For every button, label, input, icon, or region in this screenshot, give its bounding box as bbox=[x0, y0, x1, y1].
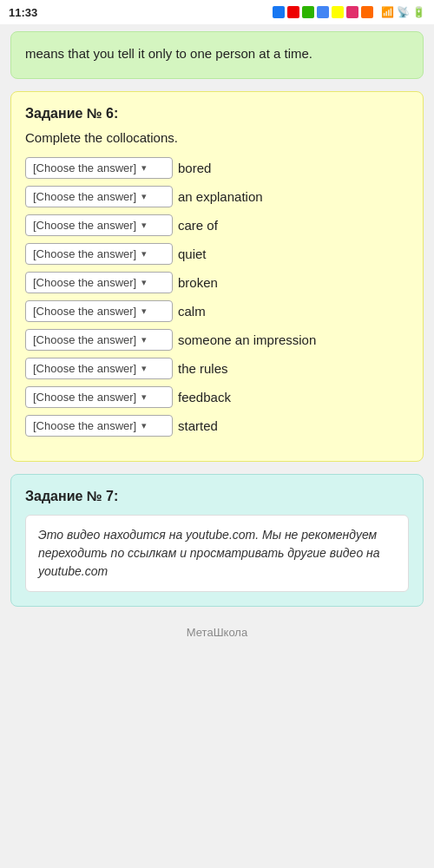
collocation-row: [Choose the answer]▾the rules bbox=[25, 358, 409, 379]
select-label: [Choose the answer] bbox=[33, 333, 136, 346]
task6-card: Задание № 6: Complete the collocations. … bbox=[10, 91, 424, 462]
chevron-down-icon: ▾ bbox=[141, 162, 147, 174]
signal-icon: 📡 bbox=[397, 6, 410, 18]
select-label: [Choose the answer] bbox=[33, 419, 136, 432]
select-label: [Choose the answer] bbox=[33, 190, 136, 203]
collocation-label-7: someone an impression bbox=[178, 332, 316, 347]
collocation-row: [Choose the answer]▾quiet bbox=[25, 243, 409, 265]
collocation-row: [Choose the answer]▾feedback bbox=[25, 386, 409, 408]
collocation-label-2: an explanation bbox=[178, 189, 263, 204]
answer-select-10[interactable]: [Choose the answer]▾ bbox=[25, 415, 173, 437]
select-label: [Choose the answer] bbox=[33, 362, 136, 375]
answer-select-4[interactable]: [Choose the answer]▾ bbox=[25, 243, 173, 265]
task6-instruction: Complete the collocations. bbox=[25, 130, 409, 145]
chevron-down-icon: ▾ bbox=[141, 363, 147, 374]
battery-icon: 🔋 bbox=[412, 6, 425, 18]
collocation-row: [Choose the answer]▾started bbox=[25, 415, 409, 437]
green-card: means that you tell it only to one perso… bbox=[10, 31, 424, 79]
chevron-down-icon: ▾ bbox=[141, 391, 147, 403]
answer-select-1[interactable]: [Choose the answer]▾ bbox=[25, 157, 173, 179]
collocation-label-5: broken bbox=[178, 275, 218, 290]
answer-select-7[interactable]: [Choose the answer]▾ bbox=[25, 329, 173, 351]
youtube-notice-text: Это видео находится на youtube.com. Мы н… bbox=[38, 526, 396, 581]
select-label: [Choose the answer] bbox=[33, 247, 136, 260]
app-icon-5 bbox=[332, 6, 344, 18]
app-icon-3 bbox=[302, 6, 314, 18]
select-label: [Choose the answer] bbox=[33, 391, 136, 404]
app-icon-7 bbox=[361, 6, 373, 18]
select-label: [Choose the answer] bbox=[33, 276, 136, 289]
collocation-row: [Choose the answer]▾bored bbox=[25, 157, 409, 179]
select-label: [Choose the answer] bbox=[33, 305, 136, 318]
answer-select-6[interactable]: [Choose the answer]▾ bbox=[25, 300, 173, 322]
select-label: [Choose the answer] bbox=[33, 161, 136, 174]
chevron-down-icon: ▾ bbox=[141, 220, 147, 231]
collocations-list: [Choose the answer]▾bored[Choose the ans… bbox=[25, 157, 409, 437]
collocation-label-1: bored bbox=[178, 161, 211, 175]
green-card-text: means that you tell it only to one perso… bbox=[25, 44, 409, 64]
collocation-label-8: the rules bbox=[178, 361, 228, 376]
chevron-down-icon: ▾ bbox=[141, 277, 147, 288]
status-icons: 📶 📡 🔋 bbox=[273, 6, 425, 18]
collocation-label-4: quiet bbox=[178, 247, 207, 261]
collocation-row: [Choose the answer]▾calm bbox=[25, 300, 409, 322]
answer-select-5[interactable]: [Choose the answer]▾ bbox=[25, 272, 173, 293]
chevron-down-icon: ▾ bbox=[141, 248, 147, 260]
status-time: 11:33 bbox=[9, 6, 37, 19]
collocation-label-6: calm bbox=[178, 304, 206, 319]
collocation-row: [Choose the answer]▾broken bbox=[25, 272, 409, 293]
task7-title: Задание № 7: bbox=[25, 489, 409, 504]
collocation-row: [Choose the answer]▾care of bbox=[25, 214, 409, 236]
answer-select-8[interactable]: [Choose the answer]▾ bbox=[25, 358, 173, 379]
answer-select-2[interactable]: [Choose the answer]▾ bbox=[25, 186, 173, 207]
answer-select-3[interactable]: [Choose the answer]▾ bbox=[25, 214, 173, 236]
collocation-row: [Choose the answer]▾someone an impressio… bbox=[25, 329, 409, 351]
chevron-down-icon: ▾ bbox=[141, 306, 147, 317]
app-icon-4 bbox=[317, 6, 329, 18]
footer-text: МетаШкола bbox=[187, 626, 247, 639]
chevron-down-icon: ▾ bbox=[141, 191, 147, 202]
task7-card: Задание № 7: Это видео находится на yout… bbox=[10, 474, 424, 607]
app-icon-6 bbox=[346, 6, 358, 18]
answer-select-9[interactable]: [Choose the answer]▾ bbox=[25, 386, 173, 408]
task6-title: Задание № 6: bbox=[25, 106, 409, 122]
chevron-down-icon: ▾ bbox=[141, 420, 147, 431]
collocation-label-10: started bbox=[178, 418, 218, 433]
collocation-label-9: feedback bbox=[178, 390, 231, 404]
youtube-notice: Это видео находится на youtube.com. Мы н… bbox=[25, 515, 409, 592]
collocation-row: [Choose the answer]▾an explanation bbox=[25, 186, 409, 207]
wifi-icon: 📶 bbox=[381, 6, 394, 18]
status-bar: 11:33 📶 📡 🔋 bbox=[0, 0, 434, 24]
chevron-down-icon: ▾ bbox=[141, 334, 147, 345]
app-icon-1 bbox=[273, 6, 285, 18]
app-icon-2 bbox=[287, 6, 299, 18]
collocation-label-3: care of bbox=[178, 218, 218, 233]
footer: МетаШкола bbox=[0, 619, 434, 646]
select-label: [Choose the answer] bbox=[33, 219, 136, 232]
